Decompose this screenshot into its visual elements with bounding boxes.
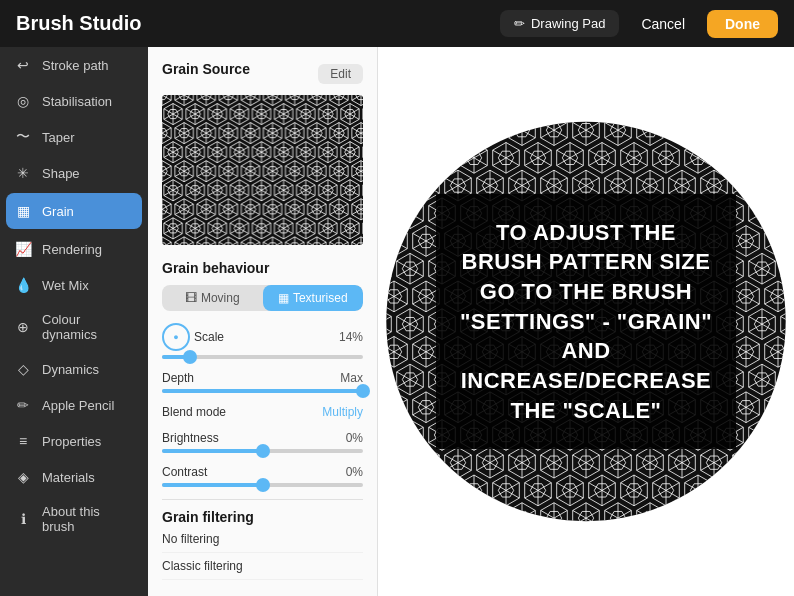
overlay-text: To adjust the brush pattern size go to t… xyxy=(460,220,712,423)
contrast-row: Contrast 0% xyxy=(162,465,363,487)
scale-label-row: ● Scale 14% xyxy=(162,323,363,351)
edit-button[interactable]: Edit xyxy=(318,64,363,84)
contrast-thumb[interactable] xyxy=(256,478,270,492)
sidebar-item-rendering[interactable]: 📈Rendering xyxy=(0,231,148,267)
sidebar-item-taper[interactable]: 〜Taper xyxy=(0,119,148,155)
depth-label: Depth xyxy=(162,371,194,385)
scale-label-group: ● Scale xyxy=(162,323,224,351)
depth-thumb[interactable] xyxy=(356,384,370,398)
properties-icon: ≡ xyxy=(14,432,32,450)
filter-no-filtering[interactable]: No filtering xyxy=(162,526,363,553)
wet-mix-label: Wet Mix xyxy=(42,278,89,293)
texturised-icon: ▦ xyxy=(278,291,289,305)
center-panel: Grain Source Edit Grain behaviour 🎞 Movi… xyxy=(148,47,378,596)
done-button[interactable]: Done xyxy=(707,10,778,38)
contrast-value: 0% xyxy=(346,465,363,479)
texturised-label: Texturised xyxy=(293,291,348,305)
sidebar-item-stroke-path[interactable]: ↩Stroke path xyxy=(0,47,148,83)
contrast-label: Contrast xyxy=(162,465,207,479)
rendering-icon: 📈 xyxy=(14,240,32,258)
depth-fill xyxy=(162,389,363,393)
grain-behaviour-title: Grain behaviour xyxy=(162,260,269,276)
grain-icon: ▦ xyxy=(14,202,32,220)
brightness-fill xyxy=(162,449,263,453)
contrast-track[interactable] xyxy=(162,483,363,487)
overlay-text-box: To adjust the brush pattern size go to t… xyxy=(436,194,736,450)
moving-icon: 🎞 xyxy=(185,291,197,305)
depth-value: Max xyxy=(340,371,363,385)
dynamics-icon: ◇ xyxy=(14,360,32,378)
contrast-label-row: Contrast 0% xyxy=(162,465,363,479)
shape-label: Shape xyxy=(42,166,80,181)
blend-mode-value[interactable]: Multiply xyxy=(322,405,363,419)
shape-icon: ✳ xyxy=(14,164,32,182)
sidebar-item-properties[interactable]: ≡Properties xyxy=(0,423,148,459)
sidebar-item-grain[interactable]: ▦Grain xyxy=(6,193,142,229)
colour-dynamics-label: Colour dynamics xyxy=(42,312,134,342)
divider xyxy=(162,499,363,500)
rendering-label: Rendering xyxy=(42,242,102,257)
sidebar-item-colour-dynamics[interactable]: ⊕Colour dynamics xyxy=(0,303,148,351)
drawing-pad-label: Drawing Pad xyxy=(531,16,605,31)
brightness-row: Brightness 0% xyxy=(162,431,363,453)
sidebar-item-materials[interactable]: ◈Materials xyxy=(0,459,148,495)
header: Brush Studio ✏ Drawing Pad Cancel Done xyxy=(0,0,794,47)
filter-classic-filtering[interactable]: Classic filtering xyxy=(162,553,363,580)
depth-label-row: Depth Max xyxy=(162,371,363,385)
toggle-group: 🎞 Moving ▦ Texturised xyxy=(162,285,363,311)
scale-row: ● Scale 14% xyxy=(162,323,363,359)
grain-filtering-title: Grain filtering xyxy=(162,509,254,525)
sidebar-item-about[interactable]: ℹAbout this brush xyxy=(0,495,148,543)
stabilisation-icon: ◎ xyxy=(14,92,32,110)
materials-label: Materials xyxy=(42,470,95,485)
apple-pencil-label: Apple Pencil xyxy=(42,398,114,413)
brightness-value: 0% xyxy=(346,431,363,445)
sidebar-item-apple-pencil[interactable]: ✏Apple Pencil xyxy=(0,387,148,423)
texturised-toggle[interactable]: ▦ Texturised xyxy=(263,285,364,311)
about-label: About this brush xyxy=(42,504,134,534)
scale-circle: ● xyxy=(162,323,190,351)
scale-inner: ● xyxy=(173,332,178,342)
wet-mix-icon: 💧 xyxy=(14,276,32,294)
sidebar-item-wet-mix[interactable]: 💧Wet Mix xyxy=(0,267,148,303)
about-icon: ℹ xyxy=(14,510,32,528)
apple-pencil-icon: ✏ xyxy=(14,396,32,414)
brightness-label-row: Brightness 0% xyxy=(162,431,363,445)
sidebar-item-stabilisation[interactable]: ◎Stabilisation xyxy=(0,83,148,119)
materials-icon: ◈ xyxy=(14,468,32,486)
blend-mode-label: Blend mode xyxy=(162,405,226,419)
depth-row: Depth Max xyxy=(162,371,363,393)
stroke-path-icon: ↩ xyxy=(14,56,32,74)
blend-mode-row: Blend mode Multiply xyxy=(162,405,363,419)
grain-label: Grain xyxy=(42,204,74,219)
drawing-pad-button[interactable]: ✏ Drawing Pad xyxy=(500,10,619,37)
brightness-label: Brightness xyxy=(162,431,219,445)
moving-label: Moving xyxy=(201,291,240,305)
scale-value: 14% xyxy=(339,330,363,344)
scale-thumb[interactable] xyxy=(183,350,197,364)
moving-toggle[interactable]: 🎞 Moving xyxy=(162,285,263,311)
stroke-path-label: Stroke path xyxy=(42,58,109,73)
scale-track[interactable] xyxy=(162,355,363,359)
stabilisation-label: Stabilisation xyxy=(42,94,112,109)
grain-preview xyxy=(162,95,363,245)
drawing-pad: To adjust the brush pattern size go to t… xyxy=(378,47,794,596)
grain-source-title: Grain Source xyxy=(162,61,250,77)
sidebar-item-shape[interactable]: ✳Shape xyxy=(0,155,148,191)
sidebar-item-dynamics[interactable]: ◇Dynamics xyxy=(0,351,148,387)
drawing-pad-icon: ✏ xyxy=(514,16,525,31)
grain-canvas xyxy=(162,95,363,245)
contrast-fill xyxy=(162,483,263,487)
scale-label: Scale xyxy=(194,330,224,344)
grain-source-header: Grain Source Edit xyxy=(162,61,363,87)
properties-label: Properties xyxy=(42,434,101,449)
colour-dynamics-icon: ⊕ xyxy=(14,318,32,336)
header-actions: ✏ Drawing Pad Cancel Done xyxy=(500,10,778,38)
brightness-thumb[interactable] xyxy=(256,444,270,458)
taper-icon: 〜 xyxy=(14,128,32,146)
depth-track[interactable] xyxy=(162,389,363,393)
taper-label: Taper xyxy=(42,130,75,145)
sidebar: ↩Stroke path◎Stabilisation〜Taper✳Shape▦G… xyxy=(0,47,148,596)
brightness-track[interactable] xyxy=(162,449,363,453)
cancel-button[interactable]: Cancel xyxy=(631,10,695,38)
